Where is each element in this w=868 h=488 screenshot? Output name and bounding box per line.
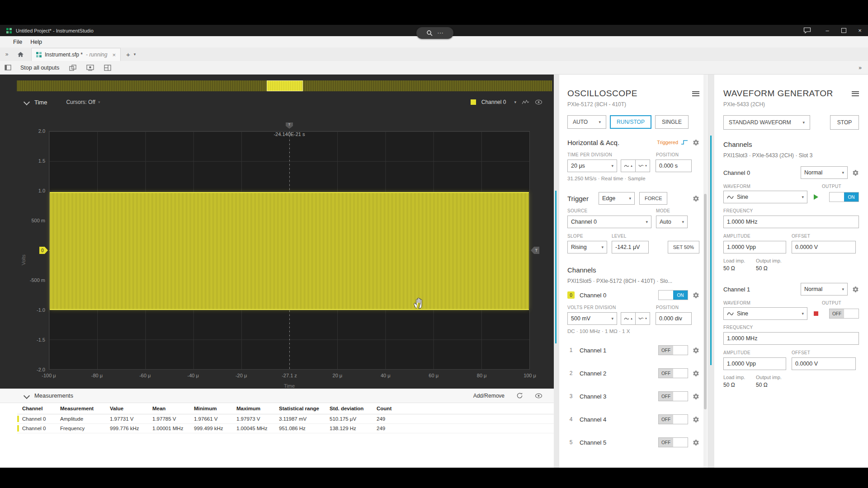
scale-down-button[interactable]: ▾ bbox=[635, 160, 650, 172]
channel-caret-icon[interactable]: ▾ bbox=[514, 100, 516, 104]
wg-ch1-offset-input[interactable]: 0.0000 V bbox=[792, 357, 856, 370]
menu-help[interactable]: Help bbox=[26, 39, 46, 45]
osc-channel3-row[interactable]: 3 Channel 3 OFF bbox=[567, 391, 699, 402]
col-header[interactable]: Measurement bbox=[60, 406, 110, 411]
stop-all-outputs-button[interactable]: Stop all outputs bbox=[20, 65, 59, 71]
measurements-eye-icon[interactable] bbox=[535, 393, 542, 399]
run-stop-button[interactable]: RUN/STOP bbox=[610, 115, 651, 129]
wg-ch1-frequency-input[interactable]: 1.0000 MHz bbox=[723, 332, 859, 345]
trigger-slope-dropdown[interactable]: Rising ▾ bbox=[567, 241, 607, 253]
maximize-button[interactable] bbox=[835, 25, 852, 36]
collapse-chevron-icon[interactable] bbox=[24, 99, 30, 105]
toolbar-overflow-icon[interactable]: » bbox=[859, 65, 862, 71]
minimize-button[interactable]: – bbox=[819, 25, 835, 36]
osc-channel4-row[interactable]: 4 Channel 4 OFF bbox=[567, 414, 699, 425]
channel-selector[interactable]: Channel 0 bbox=[481, 99, 506, 105]
horizontal-position-input[interactable]: 0.000 s bbox=[656, 160, 692, 172]
col-header[interactable]: Channel bbox=[22, 406, 60, 411]
measurement-row-frequency[interactable]: Channel 0 Frequency 999.776 kHz 1.00001 … bbox=[17, 424, 554, 433]
standard-waveform-dropdown[interactable]: STANDARD WAVEFORM ▾ bbox=[723, 115, 810, 130]
wg-channel0-gear-icon[interactable] bbox=[852, 169, 859, 176]
col-header[interactable]: Count bbox=[377, 406, 410, 411]
time-per-division-dropdown[interactable]: 20 μs ▾ bbox=[567, 160, 617, 172]
oscilloscope-menu-icon[interactable] bbox=[692, 91, 699, 96]
wg-channel1-gear-icon[interactable] bbox=[852, 286, 859, 293]
volts-per-division-dropdown[interactable]: 500 mV ▾ bbox=[567, 312, 617, 325]
trigger-source-dropdown[interactable]: Channel 0 ▾ bbox=[567, 216, 651, 228]
channel5-toggle[interactable]: OFF bbox=[658, 437, 688, 447]
trigger-type-dropdown[interactable]: Edge ▾ bbox=[599, 192, 635, 205]
refresh-icon[interactable] bbox=[516, 392, 523, 399]
overview-viewport-window[interactable] bbox=[267, 80, 303, 91]
wg-ch1-amplitude-input[interactable]: 1.0000 Vpp bbox=[723, 357, 786, 370]
force-trigger-button[interactable]: FORCE bbox=[639, 192, 668, 205]
wg-channel1-mode-dropdown[interactable]: Normal ▾ bbox=[801, 283, 848, 296]
wg-channel1-output-toggle[interactable]: OFF bbox=[829, 309, 859, 319]
channel5-settings-gear-icon[interactable] bbox=[693, 439, 699, 446]
col-header[interactable]: Statistical range bbox=[279, 406, 330, 411]
wg-ch0-frequency-input[interactable]: 1.0000 MHz bbox=[723, 216, 859, 228]
screen-tool-pill[interactable]: ... bbox=[416, 27, 453, 39]
trigger-position-flag[interactable]: T bbox=[286, 122, 293, 129]
osc-channel5-row[interactable]: 5 Channel 5 OFF bbox=[567, 437, 699, 448]
panel-splitter[interactable] bbox=[555, 191, 557, 343]
wg-device-path[interactable]: PXI1Slot3 · PXIe-5433 (2CH) · Slot 3 bbox=[723, 152, 859, 159]
trigger-level-input[interactable]: -142.1 μV bbox=[612, 241, 649, 253]
col-header[interactable]: Mean bbox=[152, 406, 194, 411]
trigger-mode-dropdown[interactable]: Auto ▾ bbox=[656, 216, 688, 228]
col-header[interactable]: Minimum bbox=[194, 406, 236, 411]
osc-panel-scrollbar-thumb[interactable] bbox=[704, 194, 707, 409]
undock-button[interactable] bbox=[69, 65, 76, 71]
osc-channel1-row[interactable]: 1 Channel 1 OFF bbox=[567, 345, 699, 356]
graph-tools-icon[interactable] bbox=[522, 99, 529, 105]
trigger-level-marker[interactable]: T bbox=[531, 247, 539, 254]
acquisition-overview-bar[interactable] bbox=[17, 80, 552, 91]
side-panel-icon[interactable] bbox=[5, 65, 11, 70]
new-tab-button[interactable]: + bbox=[126, 51, 130, 58]
single-button[interactable]: SINGLE bbox=[655, 115, 689, 129]
wg-ch0-waveform-dropdown[interactable]: Sine ▾ bbox=[723, 191, 807, 203]
tab-list-caret-icon[interactable]: ▾ bbox=[134, 52, 136, 56]
channel0-settings-gear-icon[interactable] bbox=[693, 292, 699, 299]
wavegen-menu-icon[interactable] bbox=[852, 91, 859, 96]
wg-ch0-offset-input[interactable]: 0.0000 V bbox=[792, 241, 856, 253]
more-options-icon[interactable]: ... bbox=[438, 28, 444, 35]
measurement-row-amplitude[interactable]: Channel 0 Amplitude 1.97731 V 1.97785 V … bbox=[17, 414, 554, 424]
channel-position-input[interactable]: 0.000 div bbox=[656, 312, 692, 325]
close-button[interactable]: × bbox=[852, 25, 868, 36]
visibility-eye-icon[interactable] bbox=[535, 99, 542, 105]
channel1-toggle[interactable]: OFF bbox=[658, 345, 688, 355]
channel2-toggle[interactable]: OFF bbox=[658, 368, 688, 378]
channel4-settings-gear-icon[interactable] bbox=[693, 416, 699, 423]
channel4-toggle[interactable]: OFF bbox=[658, 414, 688, 424]
layout-button[interactable] bbox=[104, 65, 111, 71]
channel0-ground-marker[interactable]: 0 bbox=[39, 247, 48, 254]
wg-ch1-waveform-dropdown[interactable]: Sine ▾ bbox=[723, 307, 807, 320]
wavegen-stop-button[interactable]: STOP bbox=[830, 115, 859, 130]
auto-setup-button[interactable]: AUTO ▾ bbox=[567, 115, 606, 129]
wg-ch0-amplitude-input[interactable]: 1.0000 Vpp bbox=[723, 241, 786, 253]
osc-channel2-row[interactable]: 2 Channel 2 OFF bbox=[567, 368, 699, 379]
measurements-collapse-chevron-icon[interactable] bbox=[24, 392, 30, 399]
scale-up-button[interactable]: ▴ bbox=[621, 160, 636, 172]
trigger-settings-gear-icon[interactable] bbox=[693, 195, 699, 202]
tab-instrument[interactable]: Instrument.sfp * - running × bbox=[31, 48, 121, 61]
magnifier-icon[interactable] bbox=[426, 30, 433, 36]
channel2-settings-gear-icon[interactable] bbox=[693, 370, 699, 377]
col-header[interactable]: Maximum bbox=[236, 406, 279, 411]
add-remove-button[interactable]: Add/Remove bbox=[473, 393, 505, 399]
col-header[interactable]: Value bbox=[110, 406, 152, 411]
channel1-settings-gear-icon[interactable] bbox=[693, 347, 699, 354]
horizontal-settings-gear-icon[interactable] bbox=[693, 139, 699, 146]
waveform-plot[interactable] bbox=[49, 131, 530, 370]
cursors-dropdown[interactable]: Cursors: Off ▾ bbox=[66, 99, 100, 105]
volts-down-button[interactable]: ▾ bbox=[635, 312, 650, 325]
channel3-toggle[interactable]: OFF bbox=[658, 391, 688, 401]
channel3-settings-gear-icon[interactable] bbox=[693, 393, 699, 400]
tab-close-icon[interactable]: × bbox=[112, 52, 116, 58]
channel0-toggle[interactable]: ON bbox=[658, 290, 688, 300]
home-icon[interactable] bbox=[17, 52, 24, 57]
tab-overflow-icon[interactable]: » bbox=[0, 51, 14, 57]
osc-channel0-row[interactable]: 0 Channel 0 ON bbox=[567, 290, 699, 300]
wg-channel0-mode-dropdown[interactable]: Normal ▾ bbox=[801, 166, 848, 179]
